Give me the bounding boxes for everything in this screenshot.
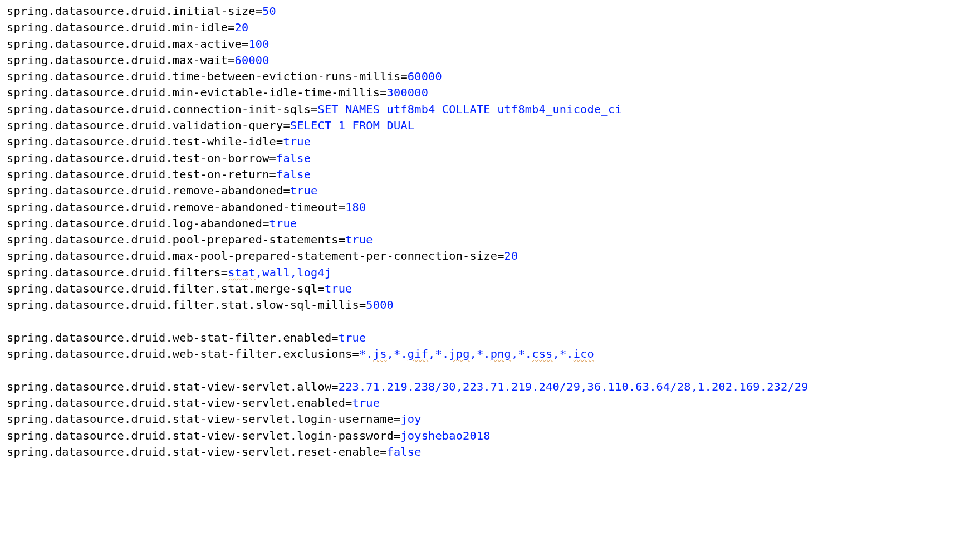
code-line: spring.datasource.druid.min-evictable-id…	[7, 85, 980, 101]
property-value-segment: ,*.	[470, 347, 491, 360]
property-value-segment: 180	[345, 201, 366, 214]
property-key: spring.datasource.druid.filter.stat.merg…	[7, 282, 317, 295]
code-line: spring.datasource.druid.test-while-idle=…	[7, 134, 980, 150]
code-line	[7, 363, 980, 379]
equals-sign: =	[359, 298, 366, 311]
property-key: spring.datasource.druid.stat-view-servle…	[7, 429, 394, 442]
equals-sign: =	[270, 152, 276, 165]
property-value-segment: false	[387, 445, 422, 459]
property-key: spring.datasource.druid.test-while-idle	[7, 135, 276, 148]
property-key: spring.datasource.druid.stat-view-servle…	[7, 445, 380, 459]
property-value-segment: css	[532, 347, 552, 360]
property-value-segment: 60000	[235, 53, 270, 67]
property-value-segment: true	[290, 184, 318, 197]
property-value-segment: ,wall,log4j	[256, 266, 332, 279]
equals-sign: =	[380, 445, 386, 459]
code-line: spring.datasource.druid.test-on-return=f…	[7, 167, 980, 183]
property-key: spring.datasource.druid.min-evictable-id…	[7, 86, 380, 99]
code-line: spring.datasource.druid.stat-view-servle…	[7, 428, 980, 444]
property-value-segment: SELECT 1 FROM DUAL	[290, 119, 414, 132]
code-line: spring.datasource.druid.max-pool-prepare…	[7, 248, 980, 264]
property-key: spring.datasource.druid.log-abandoned	[7, 217, 262, 230]
property-value-segment: 60000	[408, 70, 442, 83]
equals-sign: =	[228, 53, 234, 67]
property-value-segment: js	[373, 347, 387, 360]
property-value-segment: true	[270, 217, 297, 230]
code-line: spring.datasource.druid.web-stat-filter.…	[7, 330, 980, 346]
code-line: spring.datasource.druid.test-on-borrow=f…	[7, 150, 980, 167]
equals-sign: =	[317, 282, 324, 295]
property-value-segment: true	[283, 135, 311, 148]
code-line: spring.datasource.druid.stat-view-servle…	[7, 444, 980, 460]
code-line: spring.datasource.druid.web-stat-filter.…	[7, 346, 980, 362]
property-value-segment: false	[276, 152, 311, 165]
code-line: spring.datasource.druid.max-wait=60000	[7, 52, 980, 69]
property-key: spring.datasource.druid.filters	[7, 266, 221, 279]
property-value-segment: stat	[228, 266, 256, 279]
property-value-segment: true	[339, 331, 366, 344]
property-value-segment: true	[352, 396, 380, 410]
equals-sign: =	[221, 266, 228, 279]
property-value-segment: 5000	[366, 298, 394, 311]
property-value-segment: SET NAMES utf8mb4 COLLATE utf8mb4_unicod…	[317, 103, 621, 116]
code-line: spring.datasource.druid.connection-init-…	[7, 101, 980, 118]
equals-sign: =	[262, 217, 269, 230]
property-value-segment: gif	[408, 347, 428, 360]
equals-sign: =	[380, 86, 386, 99]
property-value-segment: 20	[504, 249, 518, 262]
equals-sign: =	[339, 201, 345, 214]
property-value-segment: 223.71.219.238/30,223.71.219.240/29,36.1…	[339, 380, 808, 393]
equals-sign: =	[242, 37, 248, 51]
property-key: spring.datasource.druid.min-idle	[7, 21, 228, 34]
property-key: spring.datasource.druid.validation-query	[7, 119, 283, 132]
code-line	[7, 314, 980, 330]
code-line: spring.datasource.druid.filter.stat.merg…	[7, 281, 980, 297]
equals-sign: =	[339, 233, 345, 246]
property-key: spring.datasource.druid.filter.stat.slow…	[7, 298, 359, 311]
property-key: spring.datasource.druid.time-between-evi…	[7, 70, 400, 83]
property-key: spring.datasource.druid.pool-prepared-st…	[7, 233, 339, 246]
equals-sign: =	[331, 380, 338, 393]
equals-sign: =	[394, 429, 400, 442]
equals-sign: =	[345, 396, 352, 410]
code-line: spring.datasource.druid.stat-view-servle…	[7, 379, 980, 395]
code-line: spring.datasource.druid.min-idle=20	[7, 20, 980, 36]
equals-sign: =	[497, 249, 504, 262]
code-line: spring.datasource.druid.stat-view-servle…	[7, 395, 980, 411]
code-line: spring.datasource.druid.max-active=100	[7, 36, 980, 52]
property-value-segment: ,*.	[552, 347, 573, 360]
property-value-segment: false	[276, 168, 311, 181]
property-key: spring.datasource.druid.max-pool-prepare…	[7, 249, 497, 262]
property-key: spring.datasource.druid.web-stat-filter.…	[7, 331, 331, 344]
property-key: spring.datasource.druid.stat-view-servle…	[7, 412, 394, 426]
property-value-segment: 100	[248, 37, 269, 51]
code-line: spring.datasource.druid.pool-prepared-st…	[7, 232, 980, 248]
equals-sign: =	[394, 412, 400, 426]
code-line: spring.datasource.druid.time-between-evi…	[7, 69, 980, 85]
equals-sign: =	[276, 135, 283, 148]
property-value-segment: joyshebao2018	[400, 429, 490, 442]
property-value-segment: 300000	[387, 86, 428, 99]
property-value-segment: 20	[235, 21, 249, 34]
code-line: spring.datasource.druid.initial-size=50	[7, 3, 980, 20]
code-line: spring.datasource.druid.remove-abandoned…	[7, 183, 980, 199]
property-key: spring.datasource.druid.test-on-borrow	[7, 152, 270, 165]
property-key: spring.datasource.druid.web-stat-filter.…	[7, 347, 352, 360]
equals-sign: =	[400, 70, 407, 83]
property-value-segment: true	[345, 233, 373, 246]
property-value-segment: 50	[262, 4, 276, 18]
property-value-segment: ,*.	[511, 347, 532, 360]
code-line: spring.datasource.druid.filter.stat.slow…	[7, 297, 980, 313]
equals-sign: =	[228, 21, 234, 34]
property-key: spring.datasource.druid.remove-abandoned…	[7, 201, 339, 214]
equals-sign: =	[311, 103, 317, 116]
property-key: spring.datasource.druid.initial-size	[7, 4, 256, 18]
equals-sign: =	[270, 168, 276, 181]
property-key: spring.datasource.druid.remove-abandoned	[7, 184, 283, 197]
property-value-segment: jpg	[449, 347, 469, 360]
equals-sign: =	[331, 331, 338, 344]
property-key: spring.datasource.druid.stat-view-servle…	[7, 380, 331, 393]
property-value-segment: ,*.	[428, 347, 449, 360]
code-line: spring.datasource.druid.validation-query…	[7, 118, 980, 134]
code-line: spring.datasource.druid.stat-view-servle…	[7, 411, 980, 427]
